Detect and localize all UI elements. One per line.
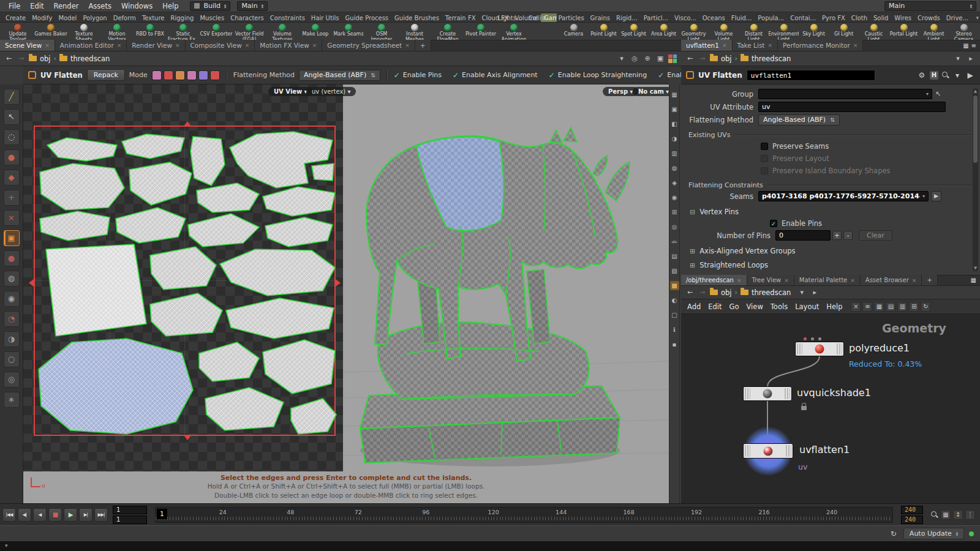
frame-ruler[interactable]: 1 124487296120144168192216240	[155, 507, 893, 523]
play-node-icon[interactable]: ▶	[965, 71, 975, 80]
shelf-tab[interactable]: Create	[2, 13, 29, 23]
toolbar-toggle[interactable]: ✓Enable Pins	[394, 71, 442, 80]
scroll-up-icon[interactable]: ▲	[973, 89, 978, 94]
shelf-tab[interactable]: Wires	[891, 13, 914, 23]
network-breadcrumb-root[interactable]: obj	[721, 288, 732, 297]
node-uvflatten1[interactable]	[743, 443, 793, 459]
uv-handle-top[interactable]	[184, 121, 191, 126]
parameter-scrollbar[interactable]: ▲ ▼	[973, 88, 978, 271]
pane-tab[interactable]: Scene View×	[0, 40, 55, 51]
refresh-icon[interactable]: ↻	[889, 530, 899, 538]
playback-button[interactable]: |◀◀	[2, 508, 16, 522]
shelf-tab[interactable]: Contai...	[787, 13, 819, 23]
display-option-icon[interactable]: ◉	[670, 193, 679, 202]
path-dropdown-icon[interactable]: ▾	[953, 54, 963, 62]
shelf-tool[interactable]: Static Fracture Ex..	[167, 23, 200, 40]
network-canvas[interactable]: Geometry polyreduce1 Reduced To: 0.43% u…	[681, 314, 980, 503]
forward-icon[interactable]: →	[17, 54, 26, 62]
shelf-tool[interactable]: Portal Light	[889, 23, 919, 40]
pin-icon[interactable]: ▾	[952, 71, 962, 80]
uv-mode-icon[interactable]	[164, 70, 173, 80]
shelf-tab[interactable]: Grains	[587, 13, 613, 23]
display-option-icon[interactable]: ▣	[670, 105, 679, 114]
shelf-tool[interactable]: Sky Light	[799, 23, 829, 40]
back-icon[interactable]: ←	[685, 288, 695, 296]
pane-tab[interactable]: Animation Editor×	[55, 40, 127, 51]
network-tab[interactable]: Asset Browser×	[861, 275, 922, 285]
menu-item[interactable]: Render	[49, 1, 84, 12]
gear-icon[interactable]: ⚙	[917, 71, 927, 80]
uv-handle-left[interactable]	[29, 279, 34, 287]
zoom-range-icon[interactable]	[930, 511, 938, 519]
follow-icon[interactable]: ◎	[630, 54, 639, 62]
playback-button[interactable]: ▶	[64, 508, 77, 522]
parameter-checkbox[interactable]: Preserve Island Boundary Shapes	[761, 166, 980, 176]
display-option-icon[interactable]: ◈	[670, 178, 679, 187]
global-start-field[interactable]: 1	[113, 506, 147, 514]
playback-button[interactable]: ◀	[33, 508, 47, 522]
left-toolbar-icon[interactable]: ◍	[4, 271, 20, 287]
shelf-tab[interactable]: Particl...	[641, 13, 671, 23]
menu-item[interactable]: Help	[157, 1, 183, 12]
axis-aligned-header[interactable]: ⊞ Axis-Aligned Vertex Groups	[690, 247, 980, 255]
display-option-icon[interactable]: ◎	[670, 222, 679, 231]
pin-icon[interactable]: ▸	[966, 54, 976, 62]
display-option-icon[interactable]: ⊞	[670, 208, 679, 217]
shelf-tool[interactable]: Make Loop	[299, 23, 332, 40]
collapse-icon[interactable]: ⊟	[690, 208, 695, 216]
shelf-tool[interactable]: RBD to FBX	[134, 23, 167, 40]
network-toolbar-icon[interactable]: ▦	[874, 302, 884, 312]
node-label[interactable]: polyreduce1	[849, 342, 910, 354]
left-toolbar-icon[interactable]: ×	[4, 210, 20, 226]
number-of-pins-field[interactable]: 0	[775, 230, 831, 241]
left-toolbar-icon[interactable]: ○	[4, 351, 20, 367]
network-toolbar-icon[interactable]: ▤	[886, 302, 895, 312]
node-label[interactable]: uvflatten1	[799, 444, 850, 455]
forward-icon[interactable]: →	[698, 288, 707, 296]
uv-attribute-dropdown[interactable]: uv (vertex) ▾	[306, 87, 356, 96]
playback-button[interactable]: ■	[48, 508, 62, 522]
network-menu-item[interactable]: Add	[684, 301, 704, 312]
shelf-tab[interactable]: Rigid...	[613, 13, 641, 23]
node-uvquickshade1[interactable]	[743, 386, 792, 401]
menu-item[interactable]: Assets	[83, 1, 116, 12]
pane-tab[interactable]: Take List×	[733, 40, 778, 51]
shelf-tab-overflow-icon[interactable]: ▾	[976, 15, 979, 21]
node-output-dot[interactable]	[766, 462, 769, 465]
shelf-tool[interactable]: Create FlowMap	[431, 23, 464, 40]
node-label[interactable]: uvquickshade1	[797, 387, 871, 399]
close-icon[interactable]: ×	[117, 42, 122, 48]
display-option-icon[interactable]: ▥	[670, 149, 679, 158]
network-tab[interactable]: +×	[922, 275, 937, 285]
menu-item[interactable]: File	[4, 1, 25, 12]
parameter-checkbox[interactable]: Preserve Layout	[761, 154, 980, 163]
shelf-tab[interactable]: Rigging	[167, 13, 197, 23]
display-option-icon[interactable]: ℹ	[670, 325, 679, 334]
playback-button[interactable]: ▶|	[79, 508, 92, 522]
add-pin-button[interactable]: +	[832, 231, 842, 240]
shelf-tool[interactable]: Volume Light	[709, 23, 739, 40]
path-dropdown-icon[interactable]: ▾	[617, 54, 627, 62]
shelf-tab[interactable]: Hair Utils	[308, 13, 342, 23]
shelf-tool[interactable]: Update Toolset	[1, 23, 34, 40]
node-input-dot[interactable]	[811, 337, 814, 340]
playbar-display-icon[interactable]: ▦	[941, 510, 951, 520]
path-dropdown-icon[interactable]: ▾	[797, 288, 807, 296]
shelf-tool[interactable]: Caustic Light	[859, 23, 889, 40]
network-menu-item[interactable]: Layout	[791, 301, 823, 312]
toolbar-toggle[interactable]: ✓Enable Axis Alignment	[453, 71, 538, 80]
node-polyreduce1[interactable]	[795, 342, 844, 356]
left-toolbar-icon[interactable]: ◌	[4, 129, 20, 145]
uv-mode-icon[interactable]	[210, 70, 220, 80]
display-option-icon[interactable]: ▧	[670, 266, 679, 276]
group-select-icon[interactable]: ↖	[935, 90, 941, 98]
shelf-tab[interactable]: Fluid...	[728, 13, 755, 23]
uv-handle-right[interactable]	[336, 279, 341, 287]
pane-layout-icon[interactable]	[668, 54, 677, 63]
pane-tab[interactable]: +×	[415, 40, 431, 51]
auto-update-dropdown[interactable]: Auto Update▴▾	[903, 528, 964, 539]
layout-combo[interactable]: Main ▴▾	[884, 1, 976, 11]
shelf-tool[interactable]: Texture Sheets	[67, 23, 100, 40]
globe-icon[interactable]: ⊕	[643, 54, 652, 62]
shelf-tool[interactable]: GI Light	[829, 23, 859, 40]
